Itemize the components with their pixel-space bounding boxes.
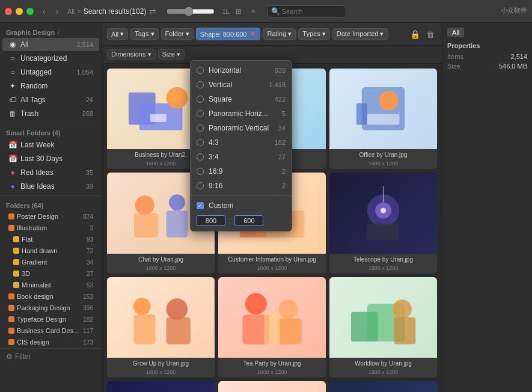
- image-card-7[interactable]: Tea Party by Uran.jpg 1600 x 1200: [218, 277, 326, 378]
- folder-color-minimalist: [13, 282, 19, 288]
- folder-minimalist[interactable]: Minimalist 53: [7, 280, 99, 290]
- image-thumb-9: [107, 381, 215, 392]
- dropdown-item-9-16[interactable]: 9:16 2: [191, 179, 292, 193]
- folder-count-packaging: 396: [83, 305, 93, 311]
- tags-chip[interactable]: Tags ▾: [130, 28, 158, 40]
- image-card-8[interactable]: Workflow by Uran.jpg 1600 x 1200: [329, 277, 437, 378]
- sidebar-label-all: All: [20, 40, 73, 49]
- image-thumb-6: [107, 277, 215, 358]
- thumb-svg-7: [229, 285, 315, 349]
- folder-business-card[interactable]: Business Card Des... 117: [2, 325, 99, 336]
- dropdown-item-4-3[interactable]: 4:3 182: [191, 135, 292, 150]
- folder-book-design[interactable]: Book design 153: [2, 291, 99, 302]
- folder-flat[interactable]: Flat 93: [7, 234, 99, 245]
- folder-label-poster: Poster Design: [17, 213, 81, 220]
- dimensions-chip[interactable]: Dimensions ▾: [107, 49, 156, 60]
- filter-icon: ⚙: [6, 352, 13, 361]
- folder-illustration[interactable]: Illustration 3: [2, 222, 99, 233]
- shape-close-icon[interactable]: ✕: [249, 29, 256, 38]
- folder-count-3d: 27: [87, 271, 93, 277]
- dropdown-count-square: 422: [275, 96, 286, 103]
- nav-back-button[interactable]: ‹: [38, 6, 49, 17]
- minimize-button[interactable]: [16, 8, 23, 15]
- custom-height-input[interactable]: [234, 215, 263, 226]
- dropdown-item-custom[interactable]: ✓ Custom: [191, 198, 292, 213]
- traffic-lights: [5, 8, 34, 15]
- svg-rect-26: [166, 317, 190, 345]
- sidebar-item-last-30[interactable]: 📅 Last 30 Days: [2, 152, 99, 165]
- dropdown-label-9-16: 9:16: [209, 182, 277, 190]
- folder-color-cis: [8, 339, 14, 345]
- dropdown-item-panoramic-v[interactable]: Panoramic Vertical 34: [191, 121, 292, 135]
- image-card-5[interactable]: Telescope by Uran.jpg 1600 x 1200: [329, 173, 437, 273]
- image-card-9[interactable]: [107, 381, 215, 392]
- folder-label-3d: 3D: [22, 270, 84, 277]
- list-view-button[interactable]: ≡: [246, 5, 260, 18]
- date-imported-chip[interactable]: Date Imported ▾: [332, 28, 388, 40]
- sidebar-item-all-tags[interactable]: 🏷 All Tags 24: [2, 93, 99, 106]
- image-card-2[interactable]: Office by Uran.jpg 1600 x 1200: [329, 69, 437, 169]
- panel-size-row: Size 546.0 MB: [447, 63, 527, 70]
- dropdown-count-3-4: 27: [278, 153, 286, 161]
- zoom-slider[interactable]: [167, 7, 215, 16]
- nav-path: All: [67, 8, 75, 15]
- folder-count-gradient: 34: [87, 259, 93, 266]
- sidebar-label-red-ideas: Red Ideas: [20, 168, 82, 177]
- types-chip[interactable]: Types ▾: [298, 28, 329, 40]
- folder-poster-design[interactable]: Poster Design 874: [2, 211, 99, 222]
- sidebar-label-last-30: Last 30 Days: [20, 155, 93, 163]
- folder-typeface[interactable]: Typeface Design 182: [2, 314, 99, 325]
- image-size-3: 1600 x 1200: [107, 265, 215, 274]
- lock-button[interactable]: 🔒: [408, 28, 421, 41]
- grid-view-button[interactable]: ⊞: [232, 5, 245, 18]
- svg-rect-30: [277, 318, 301, 344]
- search-input[interactable]: [282, 8, 342, 15]
- nav-forward-button[interactable]: ›: [52, 6, 63, 17]
- folder-gradient[interactable]: Gradient 34: [7, 257, 99, 268]
- view-all-chip[interactable]: All ▾: [107, 28, 128, 40]
- sidebar-item-uncategorized[interactable]: ○ Uncategorized: [2, 52, 99, 65]
- dropdown-divider: [191, 195, 292, 196]
- image-card-11[interactable]: [329, 381, 437, 392]
- sidebar-item-red-ideas[interactable]: ● Red Ideas 35: [2, 166, 99, 179]
- folder-3d[interactable]: 3D 27: [7, 268, 99, 279]
- sidebar-item-all[interactable]: ◉ All 2,514: [2, 38, 99, 51]
- shape-chip[interactable]: Shape: 800:600 ✕: [196, 28, 261, 40]
- rotate-button[interactable]: ⇄: [146, 5, 159, 18]
- folder-cis[interactable]: CIS design 173: [2, 337, 99, 348]
- sidebar-item-random[interactable]: ✦ Random: [2, 79, 99, 93]
- image-card-6[interactable]: Grow Up by Uran.jpg 1600 x 1200: [107, 277, 215, 378]
- dropdown-item-16-9[interactable]: 16:9 2: [191, 164, 292, 179]
- rating-chip[interactable]: Rating ▾: [263, 28, 296, 40]
- size-key: Size: [447, 63, 460, 70]
- image-caption-6: Grow Up by Uran.jpg: [107, 358, 215, 369]
- folder-chip[interactable]: Folder ▾: [161, 28, 194, 40]
- panel-tab-all[interactable]: All: [447, 28, 464, 37]
- svg-point-2: [166, 87, 188, 109]
- dropdown-item-panoramic-h[interactable]: Panoramic Horiz... 5: [191, 106, 292, 121]
- thumb-bg-2: [329, 69, 437, 149]
- trash-button[interactable]: 🗑: [424, 28, 437, 41]
- red-dot-icon: ●: [8, 168, 17, 177]
- close-button[interactable]: [5, 8, 12, 15]
- sidebar-item-untagged[interactable]: ○ Untagged 1,054: [2, 66, 99, 79]
- image-card-10[interactable]: [218, 381, 326, 392]
- sidebar-item-trash[interactable]: 🗑 Trash 268: [2, 107, 99, 120]
- sidebar-item-blue-ideas[interactable]: ● Blue Ideas 39: [2, 180, 99, 193]
- sidebar-item-last-week[interactable]: 📅 Last Week: [2, 138, 99, 152]
- svg-point-8: [379, 91, 398, 111]
- maximize-button[interactable]: [26, 8, 34, 15]
- dropdown-item-square[interactable]: Square 422: [191, 92, 292, 106]
- dropdown-item-3-4[interactable]: 3:4 27: [191, 150, 292, 164]
- sidebar-label-all-tags: All Tags: [20, 96, 82, 104]
- size-chip[interactable]: Size ▾: [158, 49, 185, 60]
- image-thumb-8: [329, 277, 437, 358]
- filter-button[interactable]: ⚙ Filter: [6, 352, 96, 361]
- dropdown-item-vertical[interactable]: Vertical 1,418: [191, 78, 292, 92]
- custom-width-input[interactable]: [197, 215, 225, 226]
- folder-hand-drawn[interactable]: Hand drawn 72: [7, 245, 99, 256]
- svg-rect-35: [394, 317, 415, 345]
- dropdown-item-horizontal[interactable]: Horizontal 635: [191, 63, 292, 78]
- dropdown-count-panoramic-v: 34: [278, 124, 286, 132]
- folder-packaging[interactable]: Packaging Design 396: [2, 302, 99, 313]
